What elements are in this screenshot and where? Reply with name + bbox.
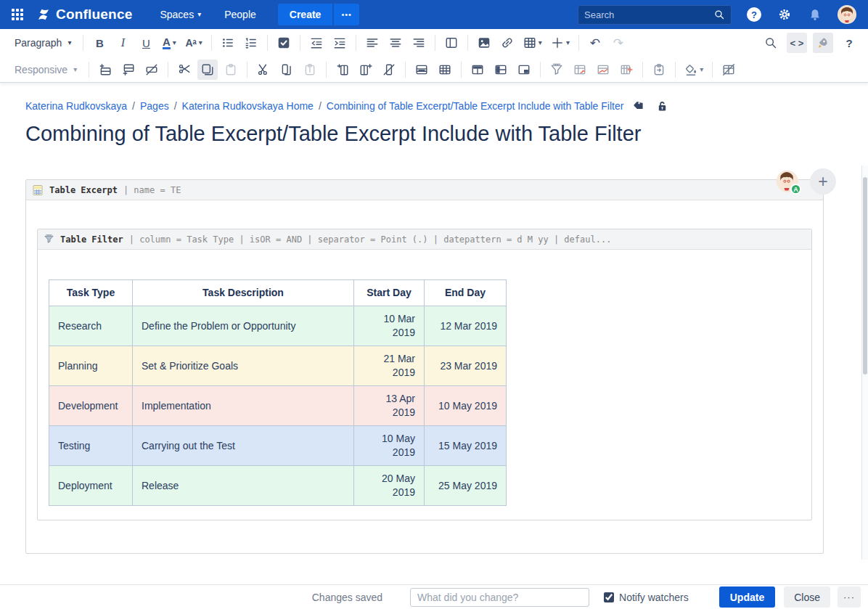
heading-column-button[interactable]	[491, 60, 511, 80]
notify-watchers-checkbox[interactable]	[604, 592, 614, 602]
table-filter-button[interactable]	[546, 60, 567, 80]
italic-button[interactable]: I	[112, 33, 133, 53]
insert-more-dropdown[interactable]: ▾	[548, 33, 573, 53]
table-cell[interactable]: 20 May 2019	[354, 466, 425, 506]
notifications-button[interactable]	[807, 7, 823, 23]
table-cell[interactable]: 10 May 2019	[354, 426, 425, 466]
scrollbar-thumb[interactable]	[863, 177, 867, 375]
confluence-brand[interactable]: Confluence	[36, 7, 132, 23]
align-left-button[interactable]	[362, 33, 382, 53]
copy-column-button[interactable]	[277, 60, 297, 80]
insert-image-button[interactable]	[474, 33, 494, 53]
change-comment-input[interactable]	[410, 588, 589, 607]
add-row-above-button[interactable]	[95, 60, 115, 80]
nav-people[interactable]: People	[216, 0, 265, 29]
breadcrumb-link[interactable]: Pages	[140, 100, 169, 112]
contributor-avatar[interactable]: A	[777, 171, 798, 192]
merge-cells-button[interactable]	[412, 60, 432, 80]
table-cell[interactable]: Implementation	[133, 386, 354, 426]
table-cell[interactable]: 23 Mar 2019	[425, 346, 507, 386]
global-search[interactable]	[578, 5, 732, 25]
table-cell[interactable]: 21 Mar 2019	[354, 346, 425, 386]
table-cell[interactable]: 10 Mar 2019	[354, 306, 425, 346]
table-cell[interactable]: Release	[133, 466, 354, 506]
align-center-button[interactable]	[385, 33, 406, 53]
breadcrumb-link[interactable]: Katerina Rudkovskaya Home	[182, 100, 314, 112]
table-cell[interactable]: Carrying out the Test	[133, 426, 354, 466]
nav-spaces[interactable]: Spaces▾	[151, 0, 210, 29]
vertical-scrollbar[interactable]	[861, 165, 868, 560]
insert-table-dropdown[interactable]: ▾	[520, 33, 545, 53]
add-column-after-button[interactable]	[356, 60, 376, 80]
editor-help-button[interactable]: ?	[839, 33, 859, 53]
remove-table-button[interactable]	[718, 60, 739, 80]
column-header[interactable]: Task Description	[133, 280, 354, 306]
split-cells-button[interactable]	[435, 60, 455, 80]
delete-row-button[interactable]	[142, 60, 162, 80]
cut-column-button[interactable]	[253, 60, 274, 80]
notify-watchers[interactable]: Notify watchers	[604, 592, 689, 603]
table-excerpt-macro-header[interactable]: Table Excerpt | name = TE	[26, 180, 823, 200]
breadcrumb-link[interactable]: Combining of Table Excerpt/Table Excerpt…	[327, 100, 624, 112]
table-cell[interactable]: Deployment	[49, 466, 133, 506]
copy-table-button[interactable]	[649, 60, 669, 80]
task-list-button[interactable]	[274, 33, 294, 53]
insert-link-button[interactable]	[497, 33, 517, 53]
user-avatar[interactable]	[838, 5, 856, 24]
outdent-button[interactable]	[306, 33, 327, 53]
create-more-button[interactable]: •••	[334, 4, 359, 25]
bold-button[interactable]: B	[89, 33, 110, 53]
column-header[interactable]: Start Day	[354, 280, 425, 306]
table-excerpt-macro-body[interactable]: Table Filter | column = Task Type | isOR…	[26, 200, 823, 554]
table-cell[interactable]: Planning	[49, 346, 133, 386]
cell-color-dropdown[interactable]: ▾	[681, 60, 706, 80]
paste-row-button[interactable]	[221, 60, 241, 80]
column-header[interactable]: End Day	[425, 280, 507, 306]
align-right-button[interactable]	[409, 33, 429, 53]
bullet-list-button[interactable]	[218, 33, 238, 53]
labels-icon[interactable]	[634, 100, 645, 112]
table-cell[interactable]: Set & Prioritize Goals	[133, 346, 354, 386]
numbered-list-button[interactable]	[241, 33, 261, 53]
add-table-button[interactable]	[616, 60, 636, 80]
text-color-dropdown[interactable]: A▾	[159, 33, 179, 53]
rocket-button[interactable]	[813, 33, 833, 53]
table-chart-button[interactable]	[593, 60, 613, 80]
undo-button[interactable]: ↶	[585, 33, 605, 53]
app-switcher-icon[interactable]	[12, 9, 23, 20]
heading-row-button[interactable]	[467, 60, 488, 80]
copy-row-button[interactable]	[197, 60, 218, 80]
source-code-button[interactable]: < >	[787, 33, 807, 53]
table-filter-macro-body[interactable]: Task TypeTask DescriptionStart DayEnd Da…	[38, 250, 811, 506]
page-title[interactable]: Combining of Table Excerpt/Table Excerpt…	[25, 122, 868, 146]
table-cell[interactable]: 13 Apr 2019	[354, 386, 425, 426]
add-column-before-button[interactable]	[332, 60, 353, 80]
settings-button[interactable]	[777, 7, 793, 23]
page-layout-button[interactable]	[441, 33, 462, 53]
more-formatting-dropdown[interactable]: Aᵃ▾	[182, 33, 205, 53]
pivot-table-button[interactable]	[570, 60, 590, 80]
table-cell[interactable]: 10 May 2019	[425, 386, 507, 426]
footer-more-button[interactable]: ···	[838, 586, 861, 608]
find-replace-button[interactable]	[761, 33, 781, 53]
table-cell[interactable]: 15 May 2019	[425, 426, 507, 466]
help-button[interactable]: ?	[746, 7, 762, 23]
paste-column-button[interactable]	[300, 60, 320, 80]
indent-button[interactable]	[329, 33, 350, 53]
add-row-below-button[interactable]	[118, 60, 139, 80]
table-cell[interactable]: 25 May 2019	[425, 466, 507, 506]
cut-row-button[interactable]	[174, 60, 195, 80]
heading-cell-button[interactable]	[514, 60, 534, 80]
breadcrumb-link[interactable]: Katerina Rudkovskaya	[25, 100, 127, 112]
table-cell[interactable]: 12 Mar 2019	[425, 306, 507, 346]
paragraph-style-dropdown[interactable]: Paragraph▾	[9, 33, 77, 53]
table-cell[interactable]: Define the Problem or Opportunity	[133, 306, 354, 346]
underline-button[interactable]: U	[136, 33, 156, 53]
add-contributor-button[interactable]: +	[810, 168, 836, 195]
search-icon[interactable]	[713, 9, 725, 20]
redo-button[interactable]: ↷	[608, 33, 629, 53]
table-cell[interactable]: Development	[49, 386, 133, 426]
close-button[interactable]: Close	[784, 586, 830, 608]
table-cell[interactable]: Testing	[49, 426, 133, 466]
table-filter-macro-header[interactable]: Table Filter | column = Task Type | isOR…	[38, 229, 811, 250]
